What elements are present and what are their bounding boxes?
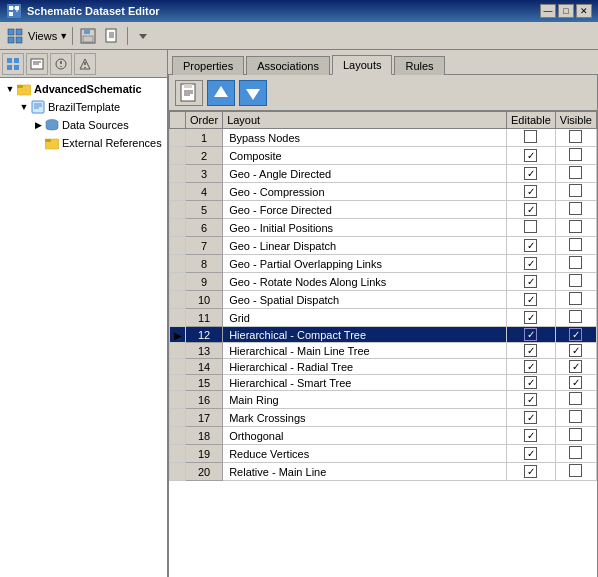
- tab-associations[interactable]: Associations: [246, 56, 330, 75]
- views-dropdown[interactable]: ▼: [59, 31, 68, 41]
- row-layout-name[interactable]: Reduce Vertices: [223, 445, 507, 463]
- row-visible[interactable]: [555, 165, 596, 183]
- tab-layouts[interactable]: Layouts: [332, 55, 393, 75]
- row-editable[interactable]: ✓: [507, 309, 556, 327]
- row-visible[interactable]: [555, 255, 596, 273]
- maximize-button[interactable]: □: [558, 4, 574, 18]
- row-editable[interactable]: [507, 219, 556, 237]
- col-editable[interactable]: Editable: [507, 112, 556, 129]
- save-button[interactable]: [77, 25, 99, 47]
- svg-rect-8: [8, 37, 14, 43]
- row-editable[interactable]: ✓: [507, 255, 556, 273]
- dropdown-arrow[interactable]: [132, 25, 154, 47]
- row-editable[interactable]: ✓: [507, 147, 556, 165]
- left-btn-4[interactable]: [74, 53, 96, 75]
- row-visible[interactable]: ✓: [555, 375, 596, 391]
- row-visible[interactable]: [555, 147, 596, 165]
- svg-rect-20: [7, 65, 12, 70]
- row-visible[interactable]: [555, 237, 596, 255]
- views-button[interactable]: [4, 25, 26, 47]
- row-order: 16: [186, 391, 223, 409]
- row-visible[interactable]: ✓: [555, 327, 596, 343]
- row-visible[interactable]: [555, 183, 596, 201]
- row-visible[interactable]: [555, 409, 596, 427]
- svg-marker-45: [214, 86, 228, 97]
- row-layout-name[interactable]: Main Ring: [223, 391, 507, 409]
- row-layout-name[interactable]: Geo - Force Directed: [223, 201, 507, 219]
- row-editable[interactable]: ✓: [507, 291, 556, 309]
- row-visible[interactable]: [555, 427, 596, 445]
- row-arrow-cell: [170, 165, 186, 183]
- row-layout-name[interactable]: Hierarchical - Smart Tree: [223, 375, 507, 391]
- new-button[interactable]: [101, 25, 123, 47]
- row-editable[interactable]: ✓: [507, 463, 556, 481]
- minimize-button[interactable]: —: [540, 4, 556, 18]
- row-visible[interactable]: [555, 445, 596, 463]
- row-layout-name[interactable]: Geo - Linear Dispatch: [223, 237, 507, 255]
- row-editable[interactable]: ✓: [507, 327, 556, 343]
- row-editable[interactable]: ✓: [507, 391, 556, 409]
- left-btn-2[interactable]: [26, 53, 48, 75]
- row-visible[interactable]: ✓: [555, 359, 596, 375]
- row-editable[interactable]: ✓: [507, 237, 556, 255]
- row-layout-name[interactable]: Hierarchical - Compact Tree: [223, 327, 507, 343]
- row-visible[interactable]: [555, 391, 596, 409]
- row-editable[interactable]: ✓: [507, 375, 556, 391]
- table-container: Order Layout Editable Visible 1Bypass No…: [169, 111, 597, 577]
- row-editable[interactable]: ✓: [507, 273, 556, 291]
- row-layout-name[interactable]: Hierarchical - Radial Tree: [223, 359, 507, 375]
- row-editable[interactable]: ✓: [507, 183, 556, 201]
- row-editable[interactable]: ✓: [507, 343, 556, 359]
- row-visible[interactable]: [555, 291, 596, 309]
- row-layout-name[interactable]: Bypass Nodes: [223, 129, 507, 147]
- row-editable[interactable]: [507, 129, 556, 147]
- row-visible[interactable]: [555, 309, 596, 327]
- row-layout-name[interactable]: Geo - Initial Positions: [223, 219, 507, 237]
- move-up-button[interactable]: [207, 80, 235, 106]
- row-layout-name[interactable]: Geo - Angle Directed: [223, 165, 507, 183]
- row-layout-name[interactable]: Mark Crossings: [223, 409, 507, 427]
- move-down-button[interactable]: [239, 80, 267, 106]
- page-button[interactable]: [175, 80, 203, 106]
- tree-external-refs[interactable]: ▶ External References: [2, 134, 165, 152]
- row-layout-name[interactable]: Relative - Main Line: [223, 463, 507, 481]
- row-visible[interactable]: [555, 273, 596, 291]
- row-editable[interactable]: ✓: [507, 201, 556, 219]
- row-editable[interactable]: ✓: [507, 409, 556, 427]
- row-order: 9: [186, 273, 223, 291]
- row-visible[interactable]: [555, 201, 596, 219]
- tree-brazil-template[interactable]: ▼ BrazilTemplate: [2, 98, 165, 116]
- row-editable[interactable]: ✓: [507, 427, 556, 445]
- row-visible[interactable]: ✓: [555, 343, 596, 359]
- col-visible[interactable]: Visible: [555, 112, 596, 129]
- tab-properties[interactable]: Properties: [172, 56, 244, 75]
- layouts-table: Order Layout Editable Visible 1Bypass No…: [169, 111, 597, 481]
- tree-root[interactable]: ▼ AdvancedSchematic: [2, 80, 165, 98]
- row-layout-name[interactable]: Orthogonal: [223, 427, 507, 445]
- expand-data-sources[interactable]: ▶: [32, 119, 44, 131]
- tab-rules[interactable]: Rules: [394, 56, 444, 75]
- row-editable[interactable]: ✓: [507, 445, 556, 463]
- left-btn-3[interactable]: [50, 53, 72, 75]
- left-btn-1[interactable]: [2, 53, 24, 75]
- row-order: 15: [186, 375, 223, 391]
- expand-root[interactable]: ▼: [4, 83, 16, 95]
- row-visible[interactable]: [555, 219, 596, 237]
- col-order[interactable]: Order: [186, 112, 223, 129]
- row-visible[interactable]: [555, 129, 596, 147]
- col-layout[interactable]: Layout: [223, 112, 507, 129]
- row-editable[interactable]: ✓: [507, 359, 556, 375]
- row-layout-name[interactable]: Grid: [223, 309, 507, 327]
- row-layout-name[interactable]: Geo - Spatial Dispatch: [223, 291, 507, 309]
- row-visible[interactable]: [555, 463, 596, 481]
- row-editable[interactable]: ✓: [507, 165, 556, 183]
- row-arrow-cell: [170, 291, 186, 309]
- row-layout-name[interactable]: Geo - Compression: [223, 183, 507, 201]
- row-layout-name[interactable]: Geo - Rotate Nodes Along Links: [223, 273, 507, 291]
- expand-brazil[interactable]: ▼: [18, 101, 30, 113]
- close-button[interactable]: ✕: [576, 4, 592, 18]
- row-layout-name[interactable]: Composite: [223, 147, 507, 165]
- row-layout-name[interactable]: Hierarchical - Main Line Tree: [223, 343, 507, 359]
- tree-data-sources[interactable]: ▶ Data Sources: [2, 116, 165, 134]
- row-layout-name[interactable]: Geo - Partial Overlapping Links: [223, 255, 507, 273]
